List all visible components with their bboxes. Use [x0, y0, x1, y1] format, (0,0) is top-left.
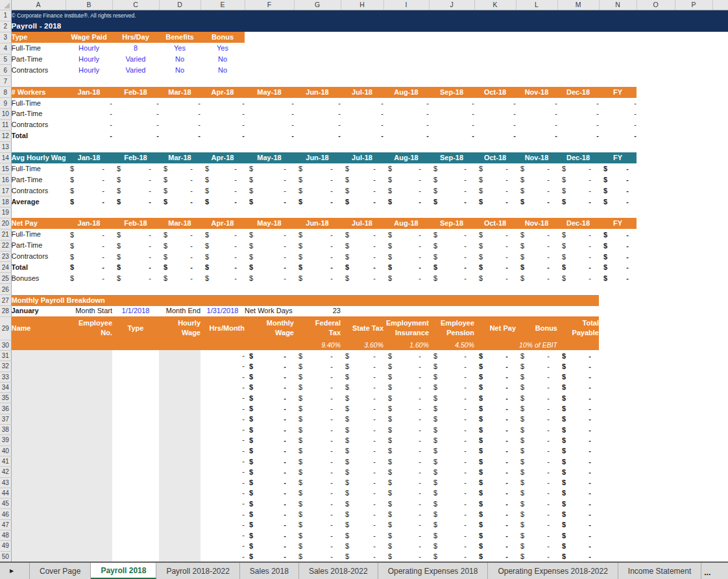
empty-cell[interactable] [675, 152, 712, 163]
net-pay-cell[interactable]: $- [474, 541, 516, 551]
amount-cell[interactable]: $- [341, 163, 383, 174]
sheet-tab-operating-expenses-2018[interactable]: Operating Expenses 2018 [378, 563, 489, 579]
empty-cell[interactable] [712, 509, 728, 519]
amount-cell[interactable]: $- [112, 174, 159, 185]
amount-cell[interactable]: $- [112, 240, 159, 251]
count-cell[interactable]: - [383, 98, 429, 109]
total-payable-cell[interactable]: $- [557, 530, 599, 540]
empty-cell[interactable] [516, 141, 557, 152]
count-cell[interactable]: - [557, 98, 599, 109]
hrs-month-cell[interactable]: - [200, 467, 245, 477]
count-cell[interactable]: - [557, 119, 599, 130]
empty-cell[interactable] [712, 477, 728, 488]
empty-cell[interactable] [383, 141, 429, 152]
employee-no-input-cell[interactable] [66, 414, 112, 424]
empty-cell[interactable] [675, 414, 712, 424]
amount-cell[interactable]: $- [159, 229, 200, 240]
monthly-wage-cell[interactable]: $- [245, 382, 294, 392]
col-header-partial[interactable] [712, 0, 728, 10]
empty-cell[interactable] [599, 76, 637, 87]
amount-cell[interactable]: $- [200, 229, 245, 240]
type-cell[interactable] [112, 530, 159, 540]
empty-cell[interactable] [599, 477, 637, 488]
empty-cell[interactable] [66, 284, 112, 295]
col-header-H[interactable]: H [341, 0, 383, 10]
employee-no-input-cell[interactable] [66, 467, 112, 477]
empty-cell[interactable] [599, 509, 637, 519]
count-cell[interactable]: - [383, 109, 429, 120]
hourly-wage-input-cell[interactable] [159, 445, 200, 456]
empty-cell[interactable] [599, 306, 637, 317]
hrs-month-cell[interactable]: - [200, 530, 245, 540]
amount-cell[interactable]: $- [516, 174, 557, 185]
empty-cell[interactable] [712, 54, 728, 65]
hrs-month-cell[interactable]: - [200, 414, 245, 424]
wage-paid-value[interactable]: Hourly [66, 43, 112, 54]
amount-cell[interactable]: $- [341, 273, 383, 284]
amount-cell[interactable]: $- [112, 185, 159, 196]
count-cell[interactable]: - [245, 130, 294, 141]
empty-cell[interactable] [712, 218, 728, 229]
monthly-wage-cell[interactable]: $- [245, 445, 294, 456]
amount-cell[interactable]: $- [66, 163, 112, 174]
empty-cell[interactable] [341, 306, 383, 317]
type-cell[interactable] [112, 509, 159, 519]
col-header-O[interactable]: O [637, 0, 675, 10]
amount-cell[interactable]: $- [159, 240, 200, 251]
amount-cell[interactable]: $- [383, 229, 429, 240]
empty-cell[interactable] [599, 435, 637, 445]
federal-tax-cell[interactable]: $- [294, 361, 341, 372]
count-cell[interactable]: - [599, 119, 637, 130]
sheet-tab-sales-2018-2022[interactable]: Sales 2018-2022 [299, 563, 378, 579]
monthly-wage-cell[interactable]: $- [245, 541, 294, 551]
state-tax-cell[interactable]: $- [341, 435, 383, 445]
hourly-wage-input-cell[interactable] [159, 403, 200, 414]
amount-cell[interactable]: $- [516, 251, 557, 262]
empty-cell[interactable] [712, 43, 728, 54]
net-pay-cell[interactable]: $- [474, 445, 516, 456]
amount-cell[interactable]: $- [341, 240, 383, 251]
row-header-4[interactable]: 4 [0, 43, 11, 54]
employee-pension-cell[interactable]: $- [429, 382, 474, 392]
employment-insurance-cell[interactable]: $- [383, 551, 429, 561]
empty-cell[interactable] [599, 425, 637, 435]
empty-cell[interactable] [599, 456, 637, 466]
row-header-37[interactable]: 37 [0, 414, 11, 424]
state-tax-cell[interactable]: $- [341, 350, 383, 360]
count-cell[interactable]: - [200, 119, 245, 130]
row-header-47[interactable]: 47 [0, 519, 11, 530]
name-input-cell[interactable] [11, 425, 66, 435]
empty-cell[interactable] [66, 207, 112, 219]
state-tax-cell[interactable]: $- [341, 509, 383, 519]
empty-cell[interactable] [675, 425, 712, 435]
empty-cell[interactable] [474, 207, 516, 219]
hrs-month-cell[interactable]: - [200, 456, 245, 466]
empty-cell[interactable] [599, 65, 637, 76]
empty-cell[interactable] [474, 306, 516, 317]
amount-cell[interactable]: $- [200, 262, 245, 273]
empty-cell[interactable] [675, 163, 712, 174]
empty-cell[interactable] [245, 32, 294, 43]
net-pay-cell[interactable]: $- [474, 488, 516, 498]
empty-cell[interactable] [675, 372, 712, 382]
bonus-cell[interactable]: $- [516, 499, 557, 509]
empty-cell[interactable] [599, 54, 637, 65]
monthly-wage-cell[interactable]: $- [245, 551, 294, 561]
net-pay-cell[interactable]: $- [474, 350, 516, 360]
employment-insurance-cell[interactable]: $- [383, 425, 429, 435]
count-cell[interactable]: - [429, 98, 474, 109]
empty-cell[interactable] [159, 76, 200, 87]
total-payable-cell[interactable]: $- [557, 499, 599, 509]
empty-cell[interactable] [712, 152, 728, 163]
empty-cell[interactable] [637, 445, 675, 456]
empty-cell[interactable] [637, 295, 675, 306]
empty-cell[interactable] [675, 295, 712, 306]
hourly-wage-input-cell[interactable] [159, 499, 200, 509]
empty-cell[interactable] [712, 251, 728, 262]
employment-insurance-cell[interactable]: $- [383, 350, 429, 360]
hrs-month-cell[interactable]: - [200, 499, 245, 509]
amount-cell[interactable]: $- [341, 229, 383, 240]
empty-cell[interactable] [599, 32, 637, 43]
empty-cell[interactable] [294, 76, 341, 87]
empty-cell[interactable] [245, 65, 294, 76]
